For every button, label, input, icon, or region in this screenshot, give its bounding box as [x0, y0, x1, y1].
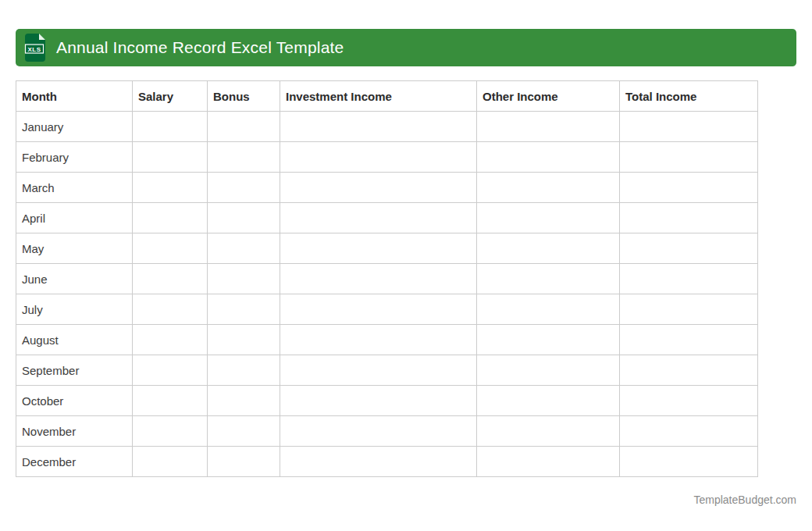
- column-header-total-income: Total Income: [620, 81, 758, 112]
- value-cell: [133, 294, 208, 325]
- value-cell: [280, 355, 477, 386]
- table-row: April: [16, 203, 758, 233]
- value-cell: [620, 325, 758, 355]
- xls-file-icon: XLS: [24, 34, 46, 62]
- month-cell: April: [16, 203, 133, 233]
- table-header-row: Month Salary Bonus Investment Income Oth…: [16, 81, 758, 112]
- column-header-investment-income: Investment Income: [280, 81, 477, 112]
- value-cell: [280, 325, 477, 355]
- value-cell: [208, 142, 280, 173]
- page-title: Annual Income Record Excel Template: [56, 38, 344, 57]
- value-cell: [133, 233, 208, 264]
- value-cell: [208, 447, 280, 477]
- income-record-table: Month Salary Bonus Investment Income Oth…: [16, 80, 758, 477]
- table-row: January: [16, 112, 758, 142]
- column-header-other-income: Other Income: [477, 81, 620, 112]
- value-cell: [477, 447, 620, 477]
- month-cell: July: [16, 294, 133, 325]
- month-cell: February: [16, 142, 133, 173]
- site-watermark: TemplateBudget.com: [0, 494, 796, 506]
- table-row: March: [16, 173, 758, 203]
- value-cell: [477, 355, 620, 386]
- title-banner: XLS Annual Income Record Excel Template: [16, 29, 796, 66]
- value-cell: [208, 325, 280, 355]
- value-cell: [280, 264, 477, 294]
- value-cell: [133, 264, 208, 294]
- value-cell: [280, 294, 477, 325]
- value-cell: [620, 203, 758, 233]
- table-row: September: [16, 355, 758, 386]
- month-cell: October: [16, 386, 133, 416]
- value-cell: [280, 233, 477, 264]
- xls-icon-label: XLS: [27, 46, 41, 53]
- month-cell: June: [16, 264, 133, 294]
- income-table-body: JanuaryFebruaryMarchAprilMayJuneJulyAugu…: [16, 112, 758, 477]
- value-cell: [477, 203, 620, 233]
- value-cell: [208, 173, 280, 203]
- month-cell: November: [16, 416, 133, 447]
- value-cell: [133, 142, 208, 173]
- table-row: May: [16, 233, 758, 264]
- value-cell: [477, 173, 620, 203]
- month-cell: August: [16, 325, 133, 355]
- value-cell: [620, 386, 758, 416]
- value-cell: [477, 264, 620, 294]
- value-cell: [280, 386, 477, 416]
- value-cell: [620, 112, 758, 142]
- table-row: June: [16, 264, 758, 294]
- table-row: July: [16, 294, 758, 325]
- value-cell: [620, 355, 758, 386]
- value-cell: [280, 447, 477, 477]
- month-cell: September: [16, 355, 133, 386]
- month-cell: December: [16, 447, 133, 477]
- value-cell: [133, 203, 208, 233]
- value-cell: [620, 416, 758, 447]
- value-cell: [208, 416, 280, 447]
- value-cell: [280, 142, 477, 173]
- value-cell: [280, 416, 477, 447]
- value-cell: [477, 112, 620, 142]
- value-cell: [477, 386, 620, 416]
- value-cell: [620, 264, 758, 294]
- value-cell: [208, 203, 280, 233]
- value-cell: [620, 294, 758, 325]
- month-cell: March: [16, 173, 133, 203]
- table-row: August: [16, 325, 758, 355]
- value-cell: [280, 112, 477, 142]
- value-cell: [133, 447, 208, 477]
- value-cell: [208, 233, 280, 264]
- value-cell: [620, 173, 758, 203]
- value-cell: [133, 173, 208, 203]
- value-cell: [133, 386, 208, 416]
- value-cell: [208, 386, 280, 416]
- value-cell: [133, 325, 208, 355]
- table-row: October: [16, 386, 758, 416]
- value-cell: [208, 264, 280, 294]
- value-cell: [620, 233, 758, 264]
- table-row: February: [16, 142, 758, 173]
- value-cell: [280, 203, 477, 233]
- column-header-salary: Salary: [133, 81, 208, 112]
- value-cell: [477, 325, 620, 355]
- value-cell: [477, 233, 620, 264]
- month-cell: January: [16, 112, 133, 142]
- value-cell: [208, 294, 280, 325]
- column-header-month: Month: [16, 81, 133, 112]
- value-cell: [133, 355, 208, 386]
- table-row: December: [16, 447, 758, 477]
- value-cell: [620, 142, 758, 173]
- month-cell: May: [16, 233, 133, 264]
- value-cell: [208, 355, 280, 386]
- table-row: November: [16, 416, 758, 447]
- value-cell: [133, 416, 208, 447]
- column-header-bonus: Bonus: [208, 81, 280, 112]
- value-cell: [208, 112, 280, 142]
- value-cell: [280, 173, 477, 203]
- value-cell: [477, 416, 620, 447]
- value-cell: [133, 112, 208, 142]
- value-cell: [477, 294, 620, 325]
- value-cell: [620, 447, 758, 477]
- value-cell: [477, 142, 620, 173]
